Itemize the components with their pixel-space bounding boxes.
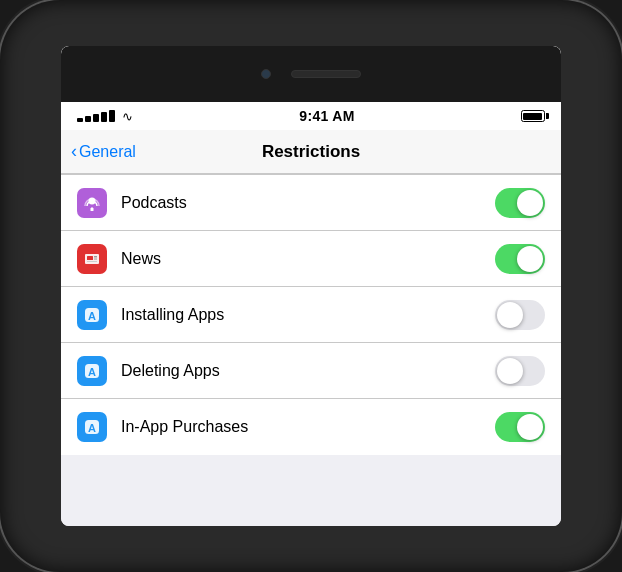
status-right — [521, 110, 545, 122]
deleting-apps-toggle-thumb — [497, 358, 523, 384]
in-app-purchases-label: In-App Purchases — [121, 418, 495, 436]
battery-icon — [521, 110, 545, 122]
in-app-purchases-toggle-thumb — [517, 414, 543, 440]
news-icon — [77, 244, 107, 274]
nav-back-label: General — [79, 143, 136, 161]
phone-frame: ∿ 9:41 AM ‹ General Restrictions — [0, 0, 622, 572]
battery-fill — [523, 113, 542, 120]
podcasts-toggle[interactable] — [495, 188, 545, 218]
speaker — [291, 70, 361, 78]
nav-bar: ‹ General Restrictions — [61, 130, 561, 174]
svg-rect-4 — [87, 256, 93, 260]
news-row[interactable]: News — [61, 231, 561, 287]
restrictions-section: Podcasts — [61, 174, 561, 455]
svg-rect-7 — [87, 261, 97, 262]
svg-rect-5 — [94, 256, 97, 258]
news-label: News — [121, 250, 495, 268]
deleting-apps-row[interactable]: A Deleting Apps — [61, 343, 561, 399]
deleting-apps-label: Deleting Apps — [121, 362, 495, 380]
status-bar: ∿ 9:41 AM — [61, 102, 561, 130]
camera — [261, 69, 271, 79]
signal-bars — [77, 110, 115, 122]
svg-text:A: A — [88, 365, 96, 377]
svg-text:A: A — [88, 309, 96, 321]
deleting-apps-toggle[interactable] — [495, 356, 545, 386]
svg-rect-2 — [92, 207, 93, 209]
status-left: ∿ — [77, 109, 133, 124]
installing-apps-toggle[interactable] — [495, 300, 545, 330]
in-app-purchases-toggle[interactable] — [495, 412, 545, 442]
phone-screen: ∿ 9:41 AM ‹ General Restrictions — [61, 46, 561, 526]
deleting-apps-icon: A — [77, 356, 107, 386]
installing-apps-label: Installing Apps — [121, 306, 495, 324]
nav-back-button[interactable]: ‹ General — [71, 143, 136, 161]
news-toggle[interactable] — [495, 244, 545, 274]
status-time: 9:41 AM — [299, 108, 354, 124]
phone-top-bar — [61, 46, 561, 102]
nav-title: Restrictions — [262, 142, 360, 162]
installing-apps-icon: A — [77, 300, 107, 330]
svg-rect-6 — [94, 258, 97, 259]
podcasts-row[interactable]: Podcasts — [61, 175, 561, 231]
news-toggle-thumb — [517, 246, 543, 272]
back-chevron-icon: ‹ — [71, 142, 77, 160]
settings-list: Podcasts — [61, 174, 561, 526]
wifi-icon: ∿ — [122, 109, 133, 124]
installing-apps-toggle-thumb — [497, 302, 523, 328]
podcasts-toggle-thumb — [517, 190, 543, 216]
podcasts-label: Podcasts — [121, 194, 495, 212]
podcasts-icon — [77, 188, 107, 218]
in-app-purchases-row[interactable]: A In-App Purchases — [61, 399, 561, 455]
installing-apps-row[interactable]: A Installing Apps — [61, 287, 561, 343]
svg-text:A: A — [88, 422, 96, 434]
in-app-purchases-icon: A — [77, 412, 107, 442]
